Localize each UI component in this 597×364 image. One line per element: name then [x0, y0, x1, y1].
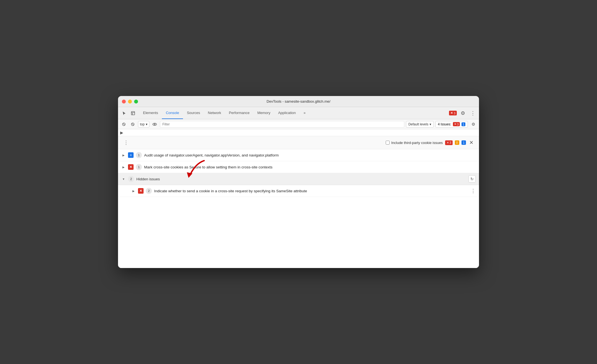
- tab-network[interactable]: Network: [204, 107, 225, 119]
- issues-banner: ⋮ Include third-party cookie issues ✕ 3 …: [118, 136, 479, 149]
- console-content: ▶ ⋮ Include third-party cookie issues ✕ …: [118, 129, 479, 268]
- banner-warning-count: 0: [456, 141, 458, 144]
- banner-close-button[interactable]: ✕: [468, 140, 475, 146]
- banner-error-count: 3: [450, 141, 451, 144]
- minimize-button[interactable]: [128, 100, 132, 103]
- block-icon-button[interactable]: [129, 121, 136, 128]
- svg-point-7: [153, 123, 157, 125]
- tab-console[interactable]: Console: [162, 107, 183, 119]
- sub-row-text: Indicate whether to send a cookie in a c…: [154, 189, 468, 193]
- row1-type-icon: ≡: [128, 152, 134, 158]
- dropdown-arrow-icon: ▾: [146, 122, 147, 126]
- inspect-icon[interactable]: [129, 109, 137, 117]
- filter-input[interactable]: [160, 121, 404, 128]
- sub-row-right: ⋮: [471, 188, 476, 194]
- tab-memory[interactable]: Memory: [254, 107, 274, 119]
- issues-info-badge: 1: [461, 122, 465, 126]
- sub-row-count-badge: 2: [146, 188, 152, 194]
- settings-gear-button[interactable]: ⚙: [459, 109, 467, 117]
- svg-line-4: [123, 123, 125, 125]
- issue-row-1[interactable]: ▶ ≡ 1 Audit usage of navigator.userAgent…: [118, 149, 479, 161]
- hidden-label: Hidden issues: [136, 177, 466, 181]
- tab-application[interactable]: Application: [274, 107, 300, 119]
- issue-row-2[interactable]: ▶ ✕ 1 Mark cross-site cookies as Secure …: [118, 161, 479, 173]
- svg-point-8: [154, 124, 155, 125]
- sub-row-more-button[interactable]: ⋮: [471, 188, 476, 194]
- expand-arrow-icon[interactable]: ▶: [120, 130, 123, 135]
- error-count: 3: [454, 112, 455, 115]
- hidden-expand-icon: ▼: [121, 177, 126, 181]
- tab-sources[interactable]: Sources: [183, 107, 204, 119]
- error-count-badge: ✕ 3: [449, 111, 457, 115]
- banner-info-badge: 1: [461, 140, 466, 145]
- include-third-party-text: Include third-party cookie issues: [391, 141, 443, 145]
- levels-dropdown[interactable]: Default levels ▾: [406, 121, 434, 128]
- eye-icon-button[interactable]: [151, 121, 158, 128]
- svg-line-6: [132, 123, 134, 125]
- window-title: DevTools - samesite-sandbox.glitch.me/: [267, 99, 330, 103]
- devtools-tab-bar: Elements Console Sources Network Perform…: [118, 107, 479, 119]
- row2-type-icon: ✕: [128, 164, 134, 170]
- banner-left-options: ⋮: [122, 139, 130, 146]
- more-options-button[interactable]: ⋮: [469, 109, 477, 117]
- tabs-list: Elements Console Sources Network Perform…: [139, 107, 449, 119]
- devtools-window: DevTools - samesite-sandbox.glitch.me/ E…: [118, 96, 479, 268]
- banner-more-button[interactable]: ⋮: [122, 139, 130, 146]
- issues-x-icon: ✕: [454, 122, 456, 126]
- hidden-issues-header[interactable]: ▼ 2 Hidden issues ↻: [118, 173, 479, 185]
- hidden-sub-issue-row[interactable]: ▶ ✕ 2 Indicate whether to send a cookie …: [118, 185, 479, 197]
- x-icon: ✕: [450, 111, 453, 115]
- banner-info-count: 1: [463, 141, 465, 144]
- issues-count-area: 4 Issues: ✕ 3 1: [435, 121, 468, 128]
- include-third-party-label[interactable]: Include third-party cookie issues: [386, 141, 443, 145]
- refresh-button[interactable]: ↻: [468, 175, 476, 183]
- close-button[interactable]: [122, 100, 126, 103]
- svg-rect-0: [131, 112, 135, 115]
- console-toolbar: top ▾ Default levels ▾ 4 Issues: ✕ 3 1 ⚙: [118, 119, 479, 129]
- row2-expand-icon: ▶: [121, 165, 126, 169]
- row2-count-badge: 1: [136, 164, 142, 170]
- row2-text: Mark cross-site cookies as Secure to all…: [144, 165, 476, 169]
- issues-error-badge: ✕ 3: [453, 122, 460, 126]
- tab-performance[interactable]: Performance: [225, 107, 253, 119]
- sub-row-type-icon: ✕: [138, 188, 144, 194]
- cursor-icon[interactable]: [120, 109, 128, 117]
- sub-row-expand-icon: ▶: [131, 189, 136, 193]
- issues-error-count: 3: [457, 123, 459, 126]
- issues-info-count: 1: [463, 123, 464, 126]
- levels-label: Default levels: [408, 122, 428, 126]
- banner-right-area: Include third-party cookie issues ✕ 3 0 …: [386, 140, 475, 146]
- banner-x-icon: ✕: [447, 141, 449, 145]
- include-third-party-checkbox[interactable]: [386, 141, 390, 145]
- toolbar-settings-button[interactable]: ⚙: [470, 121, 477, 128]
- clear-console-button[interactable]: [120, 121, 127, 128]
- hidden-count-badge: 2: [128, 176, 134, 182]
- expand-row: ▶: [118, 129, 479, 136]
- window-controls: [122, 100, 138, 103]
- title-bar: DevTools - samesite-sandbox.glitch.me/: [118, 96, 479, 107]
- tab-more[interactable]: »: [300, 107, 309, 119]
- tab-elements[interactable]: Elements: [139, 107, 162, 119]
- issues-label: 4 Issues:: [438, 122, 451, 126]
- context-value: top: [140, 122, 145, 126]
- devtools-icons: [120, 109, 137, 117]
- levels-arrow-icon: ▾: [430, 122, 431, 126]
- maximize-button[interactable]: [134, 100, 138, 103]
- context-dropdown[interactable]: top ▾: [138, 121, 149, 128]
- tabs-right-area: ✕ 3 ⚙ ⋮: [449, 109, 477, 117]
- row1-count-badge: 1: [136, 152, 142, 158]
- row1-expand-icon: ▶: [121, 153, 126, 157]
- banner-warning-badge: 0: [455, 140, 459, 145]
- row1-text: Audit usage of navigator.userAgent, navi…: [144, 153, 476, 157]
- banner-error-badge: ✕ 3: [445, 140, 453, 145]
